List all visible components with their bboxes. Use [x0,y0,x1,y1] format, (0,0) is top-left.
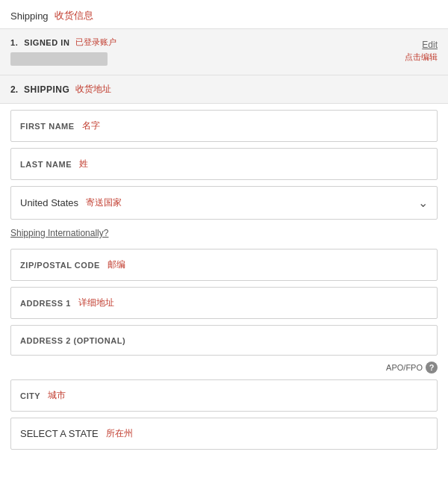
city-label: CITY [20,391,40,400]
zip-label: ZIP/POSTAL CODE [20,261,100,270]
signed-in-info: 1. SIGNED IN 已登录账户 [10,37,116,66]
chevron-down-icon: ⌄ [418,196,428,210]
last-name-label: LAST NAME [20,160,72,169]
first-name-field: FIRST NAME 名字 [10,110,438,142]
last-name-cn: 姓 [79,158,88,170]
zip-cn: 邮编 [108,258,125,271]
edit-section: Edit 点击编辑 [405,40,438,63]
shipping-section-header: 2. SHIPPING 收货地址 [0,75,448,104]
first-name-label: FIRST NAME [20,122,75,131]
signed-in-number: 1. [10,38,18,47]
first-name-cn: 名字 [82,120,100,132]
country-select[interactable]: United States 寄送国家 ⌄ [10,186,438,220]
first-name-input[interactable] [108,120,428,131]
shipping-form: FIRST NAME 名字 LAST NAME 姓 United States … [0,110,448,450]
country-select-left: United States 寄送国家 [20,196,122,209]
apo-help-icon[interactable]: ? [426,362,438,373]
shipping-internationally-link[interactable]: Shipping Internationally? [10,228,108,238]
address1-field: ADDRESS 1 详细地址 [10,287,438,319]
address1-input[interactable] [122,297,428,309]
signed-in-title: SIGNED IN [24,38,69,47]
page-header: Shipping 收货信息 [0,0,448,29]
state-label: SELECT A STATE [20,428,99,439]
signed-in-title-cn: 已登录账户 [75,37,116,48]
last-name-input[interactable] [96,158,428,170]
country-value: United States [20,197,78,208]
edit-button-cn: 点击编辑 [405,52,438,63]
city-input[interactable] [73,390,428,401]
state-cn: 所在州 [106,427,133,440]
shipping-title: Shipping [10,10,49,22]
city-cn: 城市 [48,389,66,402]
shipping-section-title-cn: 收货地址 [75,83,111,96]
address2-input[interactable] [133,335,428,346]
address2-field: ADDRESS 2 (OPTIONAL) [10,325,438,356]
zip-field: ZIP/POSTAL CODE 邮编 [10,249,438,281]
shipping-section-title: SHIPPING [24,84,69,95]
country-cn: 寄送国家 [86,196,122,209]
city-field: CITY 城市 [10,379,438,412]
zip-input[interactable] [133,259,428,270]
address1-label: ADDRESS 1 [20,299,71,308]
state-select-left: SELECT A STATE 所在州 [20,427,133,440]
last-name-field: LAST NAME 姓 [10,148,438,180]
shipping-title-cn: 收货信息 [55,9,93,22]
avatar-bar [10,52,108,66]
shipping-section-number: 2. [10,84,18,95]
signed-in-section: 1. SIGNED IN 已登录账户 Edit 点击编辑 [0,29,448,75]
state-select[interactable]: SELECT A STATE 所在州 [10,418,438,450]
edit-button[interactable]: Edit [422,40,438,50]
address2-label: ADDRESS 2 (OPTIONAL) [20,336,125,345]
address1-cn: 详细地址 [78,297,114,309]
apo-label: APO/FPO [386,363,423,372]
apo-row: APO/FPO ? [10,362,438,373]
